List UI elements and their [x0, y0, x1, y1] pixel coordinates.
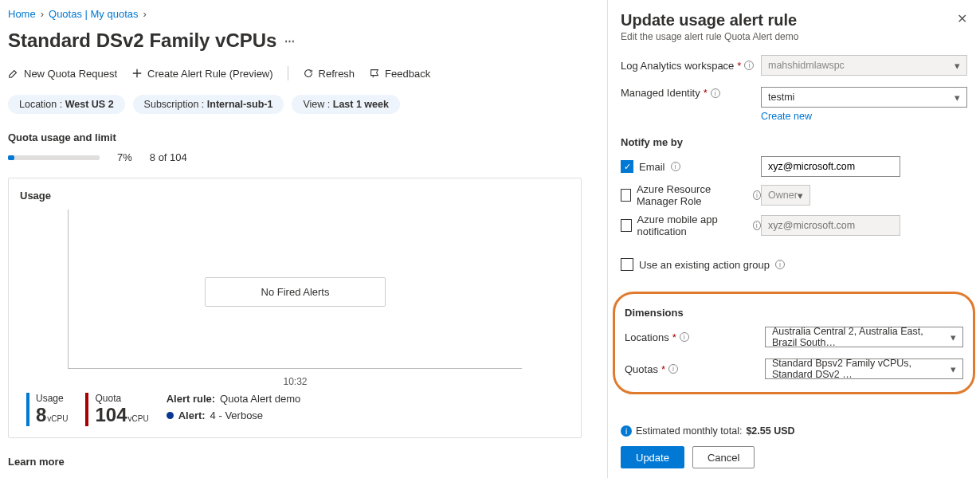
- chevron-down-icon: ▾: [798, 190, 803, 202]
- chevron-right-icon: ›: [41, 8, 44, 20]
- filter-view[interactable]: View : Last 1 week: [292, 95, 399, 114]
- usage-card-title: Usage: [20, 190, 570, 202]
- locations-value: Australia Central 2, Australia East, Bra…: [772, 326, 951, 348]
- log-analytics-select[interactable]: mahshidmlawspc ▾: [761, 55, 967, 76]
- email-checkbox[interactable]: ✓: [621, 160, 633, 173]
- legend-usage: Usage 8vCPU: [26, 393, 68, 426]
- close-icon[interactable]: ✕: [957, 11, 967, 26]
- alert-dot-icon: [167, 412, 174, 419]
- filter-view-key: View :: [303, 99, 332, 110]
- alert-rule-key: Alert rule:: [167, 393, 215, 405]
- plus-icon: [131, 68, 143, 79]
- chart-tick-label: 10:32: [283, 376, 307, 387]
- locations-label: Locations*i: [625, 331, 765, 343]
- quota-percent: 7%: [117, 151, 132, 163]
- refresh-button[interactable]: Refresh: [303, 68, 355, 80]
- cancel-button[interactable]: Cancel: [692, 446, 755, 468]
- panel-title: Update usage alert rule: [621, 11, 798, 29]
- chevron-down-icon: ▾: [951, 363, 956, 375]
- mobile-app-checkbox[interactable]: [621, 219, 632, 232]
- email-input[interactable]: [761, 156, 900, 177]
- chevron-down-icon: ▾: [955, 60, 960, 72]
- mobile-app-input: [761, 215, 900, 236]
- info-icon[interactable]: i: [775, 260, 785, 269]
- email-checkbox-label: Email: [639, 161, 665, 173]
- info-icon[interactable]: i: [671, 162, 680, 171]
- quota-ratio: 8 of 104: [150, 151, 187, 163]
- filter-location-val: West US 2: [65, 99, 114, 110]
- estimated-cost: i Estimated monthly total: $2.55 USD: [621, 425, 967, 437]
- arm-role-checkbox[interactable]: [621, 189, 631, 202]
- log-analytics-value: mahshidmlawspc: [768, 60, 845, 71]
- filter-location[interactable]: Location : West US 2: [8, 95, 125, 114]
- managed-identity-value: testmi: [768, 92, 794, 103]
- mobile-app-checkbox-label: Azure mobile app notification: [637, 214, 747, 237]
- info-blue-icon: i: [621, 425, 632, 437]
- refresh-label: Refresh: [319, 68, 355, 80]
- create-new-link[interactable]: Create new: [761, 111, 967, 122]
- arm-role-checkbox-label: Azure Resource Manager Role: [637, 183, 747, 207]
- refresh-icon: [303, 68, 314, 79]
- filter-subscription-key: Subscription :: [144, 99, 207, 110]
- log-analytics-label: Log Analytics workspace*i: [621, 60, 761, 72]
- feedback-label: Feedback: [385, 68, 430, 80]
- filter-subscription[interactable]: Subscription : Internal-sub-1: [133, 95, 284, 114]
- legend-unit: vCPU: [128, 414, 149, 423]
- breadcrumb-home[interactable]: Home: [8, 8, 36, 20]
- new-quota-request-button[interactable]: New Quota Request: [8, 68, 117, 80]
- alert-rule-val: Quota Alert demo: [220, 393, 300, 405]
- existing-action-group-checkbox[interactable]: [621, 258, 633, 271]
- update-alert-panel: Update usage alert rule Edit the usage a…: [607, 0, 980, 478]
- feedback-button[interactable]: Feedback: [369, 68, 430, 80]
- info-icon[interactable]: i: [753, 190, 761, 200]
- filter-location-key: Location :: [19, 99, 65, 110]
- info-icon[interactable]: i: [668, 364, 678, 374]
- estimated-cost-label: Estimated monthly total:: [636, 425, 742, 437]
- dimensions-heading: Dimensions: [625, 307, 963, 319]
- toolbar-divider: [288, 66, 288, 80]
- breadcrumb-quotas[interactable]: Quotas | My quotas: [49, 8, 139, 20]
- notify-heading: Notify me by: [621, 136, 967, 148]
- quotas-value: Standard Bpsv2 Family vCPUs, Standard DS…: [772, 358, 951, 380]
- info-icon[interactable]: i: [744, 61, 754, 70]
- arm-role-placeholder: Owner: [768, 190, 798, 201]
- no-alerts-banner: No Fired Alerts: [205, 277, 386, 307]
- info-icon[interactable]: i: [753, 221, 761, 230]
- usage-chart: No Fired Alerts 10:32: [68, 210, 522, 369]
- legend-quota: Quota 104vCPU: [85, 393, 148, 426]
- create-alert-rule-label: Create Alert Rule (Preview): [147, 68, 273, 80]
- arm-role-select[interactable]: Owner ▾: [761, 185, 810, 206]
- learn-more-heading: Learn more: [8, 456, 582, 468]
- breadcrumb: Home › Quotas | My quotas ›: [8, 8, 582, 20]
- filter-subscription-val: Internal-sub-1: [207, 99, 273, 110]
- panel-subtitle: Edit the usage alert rule Quota Alert de…: [621, 31, 798, 42]
- alert-level-line: Alert: 4 - Verbose: [167, 409, 301, 421]
- chevron-down-icon: ▾: [951, 331, 956, 343]
- new-quota-request-label: New Quota Request: [24, 68, 117, 80]
- feedback-icon: [369, 68, 380, 79]
- dimensions-section: Dimensions Locations*i Australia Central…: [613, 292, 975, 394]
- filter-view-val: Last 1 week: [333, 99, 389, 110]
- legend-usage-label: Usage: [36, 393, 68, 404]
- legend-unit: vCPU: [47, 414, 68, 423]
- quota-usage-heading: Quota usage and limit: [8, 131, 582, 143]
- usage-card: Usage No Fired Alerts 10:32 Usage 8vCPU …: [8, 178, 582, 438]
- chevron-right-icon: ›: [143, 8, 147, 20]
- legend-quota-value: 104: [95, 404, 127, 426]
- page-title: Standard DSv2 Family vCPUs: [8, 29, 276, 52]
- locations-select[interactable]: Australia Central 2, Australia East, Bra…: [765, 327, 963, 347]
- info-icon[interactable]: i: [711, 88, 720, 98]
- alert-level-val: 4 - Verbose: [210, 409, 264, 421]
- legend-usage-value: 8: [36, 404, 46, 426]
- chevron-down-icon: ▾: [955, 92, 960, 104]
- quotas-label: Quotas*i: [625, 363, 765, 375]
- update-button[interactable]: Update: [621, 446, 684, 468]
- quotas-select[interactable]: Standard Bpsv2 Family vCPUs, Standard DS…: [765, 358, 963, 379]
- info-icon[interactable]: i: [680, 332, 689, 342]
- managed-identity-label: Managed Identity*i: [621, 87, 761, 99]
- managed-identity-select[interactable]: testmi ▾: [761, 87, 967, 108]
- more-icon[interactable]: ⋯: [284, 35, 296, 47]
- quota-progress-bar: [8, 155, 100, 160]
- create-alert-rule-button[interactable]: Create Alert Rule (Preview): [131, 68, 273, 80]
- alert-rule-line: Alert rule: Quota Alert demo: [167, 393, 301, 405]
